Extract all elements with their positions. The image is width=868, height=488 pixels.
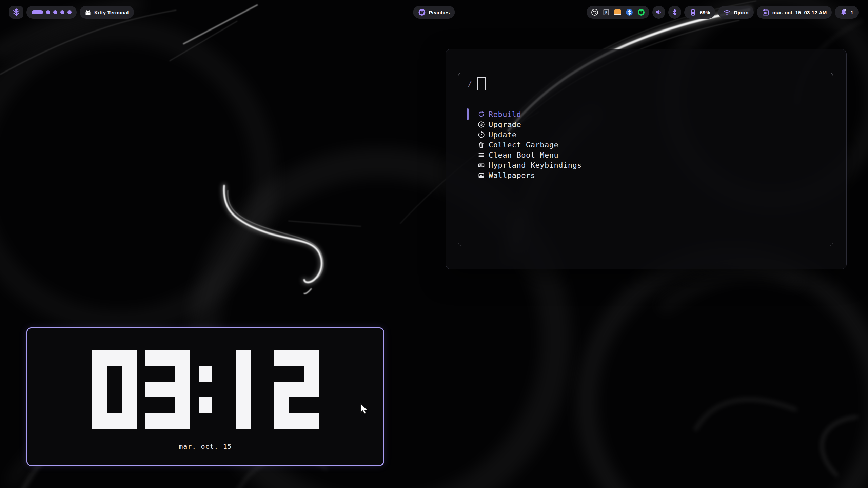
mouse-cursor: [360, 403, 369, 415]
notifications-pill[interactable]: 1: [835, 6, 859, 19]
menu-item-collect-garbage[interactable]: Collect Garbage: [458, 140, 833, 150]
clock-digit: [274, 350, 319, 429]
menu-list: Rebuild Upgrade Update: [458, 95, 833, 246]
text-cursor: [477, 77, 486, 90]
bluetooth-icon: [671, 9, 678, 16]
refresh-icon: [478, 111, 485, 118]
bluetooth-button[interactable]: [668, 6, 681, 19]
spotify-icon: [418, 8, 426, 16]
cat-icon: [85, 9, 91, 16]
bluetooth-tray-icon[interactable]: [626, 8, 633, 16]
launcher-panel: / Rebuild Upgrade: [458, 73, 833, 246]
menu-item-rebuild[interactable]: Rebuild: [458, 109, 833, 119]
menu-item-update[interactable]: Update: [458, 129, 833, 140]
clock-digit: [221, 350, 265, 429]
workspace-dot[interactable]: [53, 10, 57, 14]
network-name: Djoon: [734, 9, 749, 15]
trash-icon: [478, 141, 485, 148]
keyboard-icon: [478, 162, 485, 169]
menu-item-clean-boot-menu[interactable]: Clean Boot Menu: [458, 150, 833, 160]
focused-window-title: Kitty Terminal: [94, 9, 129, 15]
clock-digit: [92, 350, 137, 429]
focused-window-pill[interactable]: Kitty Terminal: [80, 6, 134, 19]
clock-widget: mar. oct. 15: [26, 327, 384, 466]
menu-item-hyprland-keybindings[interactable]: Hyprland Keybindings: [458, 160, 833, 170]
wifi-icon: [723, 8, 731, 16]
menu-item-label: Hyprland Keybindings: [489, 161, 582, 169]
history-icon: [478, 131, 485, 138]
nix-launcher-button[interactable]: [9, 6, 23, 19]
menu-item-label: Wallpapers: [489, 171, 535, 180]
menu-item-label: Clean Boot Menu: [489, 151, 558, 159]
workspaces-indicator[interactable]: [26, 6, 77, 19]
menu-item-upgrade[interactable]: Upgrade: [458, 119, 833, 129]
menu-item-label: Update: [489, 130, 516, 139]
launcher-window: / Rebuild Upgrade: [446, 49, 847, 269]
image-icon: [478, 172, 485, 179]
topbar-left: Kitty Terminal: [9, 6, 134, 19]
network-pill[interactable]: Djoon: [718, 6, 754, 19]
workspace-dot[interactable]: [46, 10, 50, 14]
volume-button[interactable]: [652, 6, 665, 19]
desktop: { "topbar": { "nix_icon": "nixos-snowfla…: [0, 0, 868, 488]
calendar-icon: [762, 8, 769, 16]
spotify-tray-icon[interactable]: [637, 8, 645, 16]
obs-icon[interactable]: [591, 8, 598, 16]
menu-lines-icon: [478, 151, 485, 159]
clock-digit: [145, 350, 190, 429]
media-track-title: Peaches: [429, 9, 450, 15]
clock-colon: [199, 350, 212, 429]
topbar-center: Peaches: [413, 6, 455, 19]
datetime-label: mar. oct. 15 03:12 AM: [772, 9, 827, 15]
battery-pill[interactable]: 69%: [684, 6, 715, 19]
media-player-pill[interactable]: Peaches: [413, 6, 455, 19]
notification-count: 1: [850, 9, 853, 15]
orange-app-icon[interactable]: [614, 9, 621, 16]
system-tray: K: [587, 6, 649, 19]
prompt-symbol: /: [468, 79, 472, 88]
battery-percent: 69%: [700, 9, 710, 15]
workspace-active[interactable]: [32, 10, 43, 14]
battery-icon: [689, 8, 697, 16]
topbar-right: K: [587, 6, 859, 19]
menu-item-label: Collect Garbage: [489, 141, 558, 149]
menu-item-label: Upgrade: [489, 120, 521, 129]
download-circle-icon: [478, 121, 485, 128]
speaker-icon: [655, 8, 663, 16]
menu-item-label: Rebuild: [489, 110, 521, 119]
workspace-dot[interactable]: [67, 10, 72, 14]
k-app-icon[interactable]: K: [603, 9, 610, 16]
clock-time: [27, 350, 383, 429]
search-row[interactable]: /: [458, 73, 833, 95]
nixos-snowflake-icon: [13, 8, 20, 16]
workspace-dot[interactable]: [60, 10, 64, 14]
bell-icon: [840, 8, 847, 16]
svg-text:K: K: [605, 11, 607, 14]
datetime-pill[interactable]: mar. oct. 15 03:12 AM: [757, 6, 832, 19]
clock-date: mar. oct. 15: [27, 442, 383, 450]
menu-item-wallpapers[interactable]: Wallpapers: [458, 170, 833, 180]
